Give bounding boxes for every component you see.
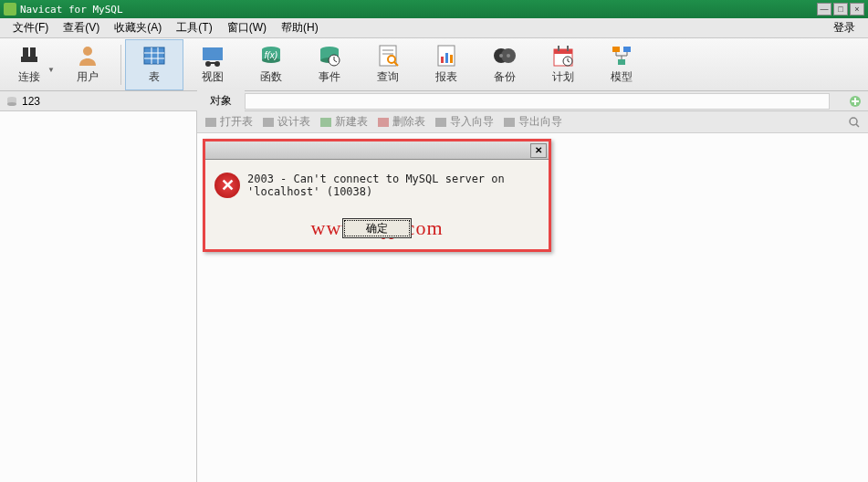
svg-rect-9	[203, 47, 223, 60]
menu-window[interactable]: 窗口(W)	[220, 18, 274, 37]
close-button[interactable]: ×	[850, 3, 864, 16]
svg-rect-50	[504, 118, 515, 127]
dialog-titlebar[interactable]: ✕	[205, 141, 549, 160]
sidebar-item-label[interactable]: 123	[22, 95, 40, 108]
svg-point-32	[507, 54, 510, 58]
tool-fx[interactable]: f(x)函数	[242, 39, 300, 90]
tool-schedule[interactable]: 计划	[534, 39, 592, 90]
tool-table[interactable]: 表	[125, 39, 183, 90]
menu-tools[interactable]: 工具(T)	[169, 18, 219, 37]
schedule-icon	[551, 44, 575, 68]
backup-icon	[493, 44, 517, 68]
ok-button[interactable]: 确定	[342, 218, 412, 238]
action-0[interactable]: 打开表	[204, 114, 253, 130]
tool-model[interactable]: 模型	[592, 39, 651, 90]
svg-point-3	[83, 47, 92, 56]
minimize-button[interactable]: —	[817, 3, 831, 16]
svg-rect-1	[30, 47, 36, 57]
error-icon: ✕	[214, 173, 240, 198]
svg-point-31	[499, 54, 503, 58]
add-icon[interactable]	[848, 94, 863, 109]
action-3[interactable]: 删除表	[377, 114, 425, 130]
svg-rect-27	[445, 53, 448, 63]
svg-rect-48	[378, 118, 389, 127]
menubar: 文件(F) 查看(V) 收藏夹(A) 工具(T) 窗口(W) 帮助(H) 登录	[0, 18, 868, 38]
app-icon	[4, 3, 16, 16]
titlebar: Navicat for MySQL — □ ×	[0, 0, 868, 18]
svg-point-51	[850, 118, 857, 125]
app-title: Navicat for MySQL	[20, 4, 123, 16]
action-1[interactable]: 设计表	[262, 114, 310, 130]
action-bar: 打开表设计表新建表删除表导入向导导出向导	[197, 111, 868, 133]
tool-user[interactable]: 用户	[58, 39, 117, 90]
tool-backup[interactable]: 备份	[476, 39, 534, 90]
svg-text:f(x): f(x)	[265, 50, 277, 60]
model-icon	[610, 44, 633, 68]
svg-point-43	[7, 102, 16, 106]
dialog-close-button[interactable]: ✕	[530, 143, 547, 158]
tool-event[interactable]: 事件	[300, 39, 359, 90]
svg-rect-39	[623, 47, 631, 52]
plug-icon	[17, 44, 41, 68]
error-dialog: ✕ ✕ 2003 - Can't connect to MySQL server…	[203, 139, 551, 252]
svg-rect-35	[558, 46, 559, 51]
tool-plug[interactable]: 连接▼	[0, 39, 58, 90]
db-icon	[5, 95, 18, 108]
svg-rect-49	[435, 118, 446, 127]
tab-objects[interactable]: 对象	[197, 90, 245, 111]
content-area: 打开表设计表新建表删除表导入向导导出向导 ✕ ✕ 2003 - Can't co…	[197, 111, 868, 482]
sidebar	[0, 111, 197, 482]
table-icon	[142, 44, 166, 68]
menu-view[interactable]: 查看(V)	[56, 18, 107, 37]
report-icon	[434, 44, 458, 68]
search-icon[interactable]	[848, 116, 861, 129]
search-input[interactable]	[245, 93, 830, 110]
svg-rect-28	[450, 55, 453, 63]
tool-report[interactable]: 报表	[417, 39, 476, 90]
svg-rect-46	[263, 118, 274, 127]
menu-help[interactable]: 帮助(H)	[274, 18, 326, 37]
login-link[interactable]: 登录	[833, 20, 855, 36]
tool-query[interactable]: 查询	[359, 39, 417, 90]
svg-rect-26	[441, 57, 444, 63]
toolbar: 连接▼用户表视图f(x)函数事件查询报表备份计划模型	[0, 38, 868, 91]
query-icon	[376, 44, 400, 68]
fx-icon: f(x)	[259, 44, 283, 68]
svg-rect-4	[144, 47, 164, 64]
svg-rect-47	[320, 118, 331, 127]
svg-rect-34	[554, 49, 572, 54]
user-icon	[76, 44, 99, 68]
svg-rect-40	[618, 59, 625, 65]
view-icon	[201, 44, 225, 68]
action-2[interactable]: 新建表	[319, 114, 368, 130]
event-icon	[318, 44, 341, 68]
maximize-button[interactable]: □	[833, 3, 848, 16]
svg-rect-36	[567, 46, 569, 51]
svg-rect-0	[23, 47, 28, 57]
svg-rect-38	[612, 47, 620, 52]
menu-favorites[interactable]: 收藏夹(A)	[107, 18, 169, 37]
subbar: 123 对象	[0, 91, 868, 111]
error-message: 2003 - Can't connect to MySQL server on …	[247, 173, 539, 198]
svg-rect-45	[205, 118, 216, 127]
svg-rect-2	[21, 57, 37, 62]
tool-view[interactable]: 视图	[183, 39, 242, 90]
action-4[interactable]: 导入向导	[434, 114, 494, 130]
menu-file[interactable]: 文件(F)	[5, 18, 56, 37]
action-5[interactable]: 导出向导	[503, 114, 562, 130]
svg-rect-12	[206, 62, 219, 64]
